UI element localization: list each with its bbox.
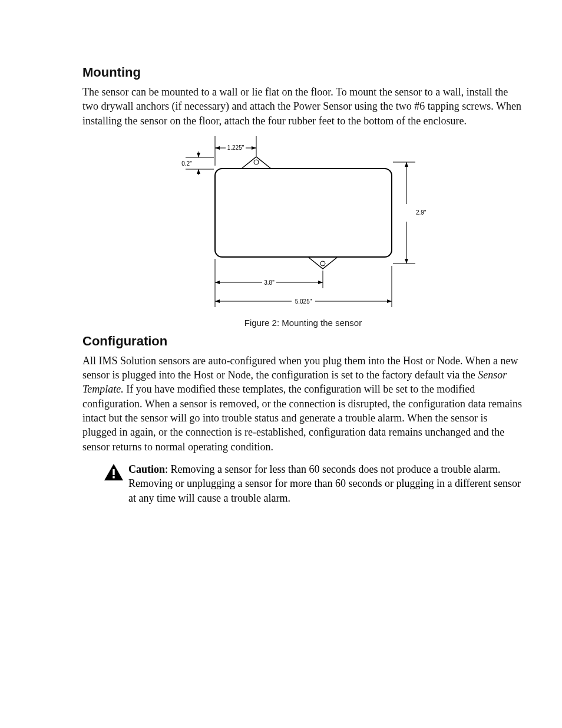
svg-marker-31: [387, 299, 392, 303]
warning-triangle-icon: [104, 463, 124, 481]
svg-marker-26: [318, 281, 323, 284]
mounting-paragraph: The sensor can be mounted to a wall or l…: [82, 85, 524, 128]
mounting-figure: 1.225" 0.2" 2.9" 3.8" 5.025" Figure 2: M…: [82, 136, 524, 328]
config-para-part1: All IMS Solution sensors are auto-config…: [82, 355, 518, 381]
config-para-part2: If you have modified these templates, th…: [82, 383, 522, 452]
svg-rect-34: [113, 476, 114, 478]
mounting-heading: Mounting: [82, 65, 524, 80]
svg-point-2: [320, 261, 325, 266]
svg-marker-18: [405, 162, 408, 167]
dim-height: 2.9": [416, 209, 427, 216]
caution-body: : Removing a sensor for less than 60 sec…: [128, 463, 521, 504]
dim-width: 5.025": [295, 298, 312, 305]
svg-marker-14: [197, 169, 200, 174]
caution-block: Caution: Removing a sensor for less than…: [82, 462, 524, 505]
svg-marker-24: [215, 281, 220, 284]
dim-bottom-offset: 3.8": [264, 279, 275, 286]
configuration-paragraph: All IMS Solution sensors are auto-config…: [82, 354, 524, 454]
caution-label: Caution: [128, 463, 165, 475]
mounting-diagram-svg: 1.225" 0.2" 2.9" 3.8" 5.025": [174, 136, 433, 313]
svg-point-1: [254, 160, 259, 164]
svg-rect-0: [215, 169, 392, 257]
dim-top-offset: 1.225": [227, 144, 244, 151]
svg-marker-20: [405, 259, 408, 263]
configuration-heading: Configuration: [82, 334, 524, 349]
caution-text: Caution: Removing a sensor for less than…: [128, 462, 524, 505]
svg-marker-8: [252, 146, 256, 150]
dim-tab-height: 0.2": [181, 160, 192, 167]
svg-marker-6: [215, 146, 220, 150]
figure-caption: Figure 2: Mounting the sensor: [82, 318, 524, 328]
svg-marker-12: [197, 153, 200, 157]
svg-rect-33: [113, 469, 114, 475]
svg-marker-29: [215, 299, 220, 303]
